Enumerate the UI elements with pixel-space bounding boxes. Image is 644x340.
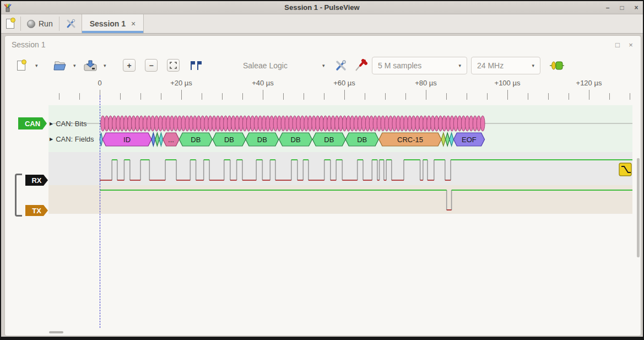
can-field-label: DB — [291, 136, 301, 144]
wrench-screwdriver-icon — [334, 59, 348, 72]
open-dropdown[interactable]: ▾ — [73, 57, 76, 74]
can-field-label: EOF — [462, 136, 477, 144]
run-button[interactable]: Run — [22, 14, 58, 33]
ruler-tick — [507, 90, 508, 100]
titlebar: Session 1 - PulseView – □ × — [1, 1, 643, 14]
can-field-label: CRC-15 — [397, 136, 423, 144]
decoder-tag-label: CAN — [25, 120, 40, 128]
can-field-annotation[interactable] — [450, 133, 453, 146]
tab-session-1[interactable]: Session 1 × — [82, 14, 144, 33]
trigger-cursor-line[interactable] — [100, 95, 100, 328]
configure-device-button[interactable] — [334, 57, 348, 74]
sample-count-value: 5 M samples — [378, 61, 421, 70]
ruler-tick — [202, 93, 202, 100]
save-icon — [83, 60, 98, 72]
sample-rate-select[interactable]: 24 MHz ▾ — [471, 57, 540, 74]
panel-header: Session 1 □ × — [5, 36, 641, 52]
zoom-out-button[interactable]: − — [145, 59, 158, 72]
zoom-fit-icon — [170, 62, 177, 69]
sample-count-select[interactable]: 5 M samples ▾ — [372, 57, 467, 74]
vertical-scrollbar[interactable] — [637, 158, 640, 257]
ruler-tick — [528, 93, 528, 100]
ruler-tick — [59, 93, 59, 100]
window-title: Session 1 - PulseView — [1, 3, 643, 12]
can-field-annotation[interactable] — [159, 133, 163, 146]
pulseview-window: Session 1 - PulseView – □ × Run Session … — [0, 0, 644, 340]
horizontal-scrollbar[interactable] — [49, 331, 63, 333]
channel-group-bracket[interactable] — [15, 174, 22, 217]
close-icon[interactable]: × — [632, 3, 641, 12]
can-field-label: ... — [168, 136, 174, 144]
zoom-in-button[interactable]: + — [123, 59, 136, 72]
can-bit[interactable] — [480, 116, 485, 131]
ruler-tick — [630, 93, 630, 100]
tx-waveform-edges[interactable] — [447, 190, 452, 210]
can-field-label: DB — [324, 136, 334, 144]
add-decoder-button[interactable] — [549, 57, 565, 74]
ruler-tick — [426, 90, 426, 100]
maximize-icon[interactable]: □ — [618, 3, 626, 12]
decoder-bits-row-label[interactable]: ▶ CAN: Bits — [50, 120, 87, 128]
can-field-annotation[interactable] — [441, 133, 445, 146]
channel-tag-tx[interactable]: TX — [25, 205, 48, 216]
zoom-fit-button[interactable] — [167, 59, 180, 72]
rx-waveform-edges[interactable] — [112, 160, 451, 180]
new-session-button[interactable] — [1, 14, 19, 33]
run-state-icon — [27, 20, 35, 28]
waveform-canvas: ID...DBDBDBDBDBDBCRC-15EOF — [48, 100, 632, 328]
can-field-label: DB — [191, 136, 201, 144]
device-name: Saleae Logic — [243, 61, 288, 70]
ruler-tick — [446, 93, 447, 100]
channel-tag-label: TX — [32, 207, 41, 215]
show-triggers-button[interactable] — [189, 57, 202, 74]
main-toolbar: Run Session 1 × — [1, 14, 643, 34]
ruler-tick — [467, 93, 467, 100]
ruler-tick — [140, 93, 141, 100]
new-view-dropdown[interactable]: ▾ — [35, 57, 38, 74]
time-ruler[interactable]: 0+20 µs+40 µs+60 µs+80 µs+100 µs+120 µs — [48, 79, 632, 100]
trigger-flags-icon — [189, 60, 202, 71]
save-dropdown[interactable]: ▾ — [104, 57, 106, 74]
can-field-annotation[interactable] — [151, 133, 155, 146]
session-panel: Session 1 □ × ▾ ▾ — [4, 35, 641, 336]
panel-title: Session 1 — [12, 40, 45, 49]
expander-icon[interactable]: ▶ — [50, 137, 53, 142]
trace-view[interactable]: ID...DBDBDBDBDBDBCRC-15EOF ▶ CAN: Bits ▶… — [48, 100, 632, 328]
tab-close-icon[interactable]: × — [131, 19, 136, 28]
save-button[interactable] — [83, 57, 98, 74]
can-field-annotation[interactable] — [155, 133, 159, 146]
device-select[interactable]: Saleae Logic — [243, 57, 331, 74]
settings-button[interactable] — [61, 14, 82, 33]
probe-icon — [354, 59, 367, 73]
sample-rate-value: 24 MHz — [477, 61, 504, 70]
ruler-tick — [161, 93, 161, 100]
channel-tag-label: RX — [31, 176, 41, 185]
ruler-tick — [487, 93, 488, 100]
ruler-label: +20 µs — [162, 79, 201, 87]
bits-row-title: CAN: Bits — [56, 120, 86, 128]
open-button[interactable] — [53, 57, 67, 74]
ruler-label: +100 µs — [488, 79, 527, 87]
configure-channels-button[interactable] — [354, 57, 367, 74]
ruler-tick — [548, 93, 549, 100]
decoder-icon — [549, 61, 565, 71]
minimize-icon[interactable]: – — [603, 3, 612, 12]
sample-rate-caret: ▾ — [532, 63, 534, 68]
ruler-tick — [405, 93, 406, 100]
decoder-fields-row-label[interactable]: ▶ CAN: Fields — [50, 135, 94, 143]
open-folder-icon — [53, 60, 67, 71]
ruler-tick — [283, 93, 284, 100]
run-label: Run — [39, 19, 53, 28]
decoder-tag-can[interactable]: CAN — [18, 117, 47, 129]
ruler-tick — [589, 90, 589, 100]
expander-icon[interactable]: ▶ — [50, 121, 53, 126]
ruler-tick — [569, 93, 569, 100]
can-field-annotation[interactable] — [446, 133, 450, 146]
channel-tag-rx[interactable]: RX — [25, 175, 48, 186]
new-view-button[interactable] — [17, 57, 25, 74]
can-field-label: DB — [357, 136, 367, 144]
panel-close-icon[interactable]: × — [626, 40, 635, 49]
ruler-tick — [79, 93, 80, 100]
trigger-marker-badge[interactable] — [619, 163, 631, 176]
panel-restore-icon[interactable]: □ — [613, 40, 622, 49]
